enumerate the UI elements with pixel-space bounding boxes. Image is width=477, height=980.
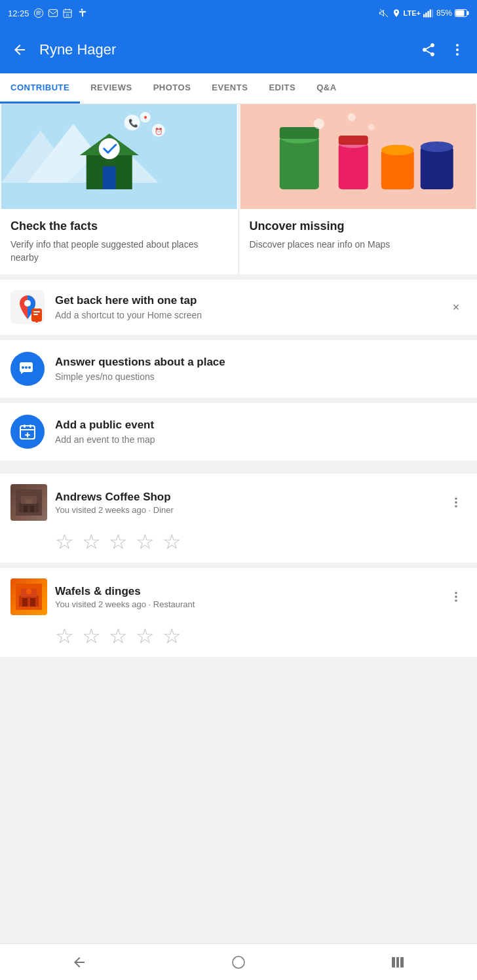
star-5[interactable]: ☆ <box>162 531 181 552</box>
svg-rect-31 <box>279 137 318 189</box>
shortcut-title: Get back here with one tap <box>55 294 435 307</box>
svg-rect-33 <box>338 143 368 189</box>
check-facts-body: Check the facts Verify info that people … <box>0 209 238 274</box>
svg-point-23 <box>99 138 120 159</box>
svg-point-74 <box>455 592 457 594</box>
andrews-coffee-meta: You visited 2 weeks ago · Diner <box>55 505 438 515</box>
tab-edits[interactable]: EDITS <box>258 73 306 104</box>
star-3[interactable]: ☆ <box>109 531 128 552</box>
check-facts-title: Check the facts <box>10 219 228 233</box>
svg-rect-60 <box>19 502 39 512</box>
tab-qa[interactable]: Q&A <box>306 73 347 104</box>
svg-point-51 <box>22 366 24 369</box>
shortcut-item[interactable]: Get back here with one tap Add a shortcu… <box>0 280 477 335</box>
svg-rect-9 <box>432 9 433 17</box>
network-type: LTE+ <box>404 9 421 17</box>
add-event-icon <box>10 415 45 449</box>
svg-point-53 <box>28 366 31 369</box>
star-w5[interactable]: ☆ <box>162 626 181 647</box>
accessibility-icon <box>77 8 87 18</box>
add-event-item[interactable]: Add a public event Add an event to the m… <box>0 403 477 461</box>
shortcut-icon-wrap <box>10 290 45 324</box>
back-button[interactable] <box>10 41 29 59</box>
answer-questions-item[interactable]: Answer questions about a place Simple ye… <box>0 340 477 398</box>
wafels-dinges-menu-button[interactable] <box>446 586 467 607</box>
answer-questions-subtitle: Simple yes/no questions <box>55 371 467 382</box>
svg-rect-6 <box>425 12 427 17</box>
svg-point-43 <box>368 124 374 130</box>
bottom-nav <box>0 943 477 980</box>
svg-rect-12 <box>456 10 465 16</box>
uncover-missing-image <box>239 104 478 209</box>
svg-point-52 <box>25 366 28 369</box>
svg-rect-8 <box>430 9 431 17</box>
star-w2[interactable]: ☆ <box>82 626 101 647</box>
star-w4[interactable]: ☆ <box>136 626 155 647</box>
star-4[interactable]: ☆ <box>136 531 155 552</box>
home-nav-button[interactable] <box>219 949 258 975</box>
svg-point-75 <box>455 596 457 598</box>
wafels-dinges-info: Wafels & dinges You visited 2 weeks ago … <box>55 585 438 609</box>
svg-rect-62 <box>24 506 28 512</box>
battery-icon <box>455 9 469 17</box>
share-button[interactable] <box>419 41 438 59</box>
shortcut-close-button[interactable]: × <box>446 297 467 318</box>
svg-point-45 <box>24 300 31 307</box>
svg-point-77 <box>233 956 244 968</box>
tab-photos[interactable]: PHOTOS <box>143 73 202 104</box>
time: 12:25 <box>8 9 29 18</box>
svg-text:📞: 📞 <box>128 118 138 128</box>
tab-events[interactable]: EVENTS <box>201 73 258 104</box>
svg-rect-72 <box>30 598 35 607</box>
svg-rect-1 <box>48 10 57 17</box>
star-2[interactable]: ☆ <box>82 531 101 552</box>
section-divider <box>0 466 477 474</box>
svg-rect-80 <box>400 957 404 968</box>
check-facts-desc: Verify info that people suggested about … <box>10 238 228 264</box>
svg-rect-79 <box>396 957 399 968</box>
svg-point-13 <box>456 44 459 47</box>
svg-rect-40 <box>338 136 368 145</box>
uncover-missing-card[interactable]: Uncover missing Discover places near inf… <box>239 104 478 274</box>
back-nav-button[interactable] <box>60 949 99 975</box>
svg-rect-37 <box>420 147 453 189</box>
location-icon <box>392 9 401 18</box>
svg-point-42 <box>347 113 355 121</box>
add-event-title: Add a public event <box>55 419 467 432</box>
svg-rect-11 <box>467 11 469 15</box>
tab-reviews[interactable]: REVIEWS <box>80 73 142 104</box>
svg-point-0 <box>34 9 43 17</box>
svg-point-4 <box>81 9 83 10</box>
star-w1[interactable]: ☆ <box>55 626 74 647</box>
more-menu-button[interactable] <box>448 41 467 59</box>
andrews-coffee-header: Andrews Coffee Shop You visited 2 weeks … <box>10 484 467 521</box>
spotify-icon <box>33 8 44 18</box>
status-bar: 12:25 31 LTE+ 85% <box>0 0 477 26</box>
tab-contribute[interactable]: CONTRIBUTE <box>0 73 80 104</box>
svg-rect-39 <box>279 127 318 139</box>
andrews-coffee-thumbnail <box>10 484 47 521</box>
star-1[interactable]: ☆ <box>55 531 74 552</box>
svg-point-66 <box>455 502 457 504</box>
recents-nav-button[interactable] <box>378 949 417 975</box>
svg-rect-48 <box>33 311 40 312</box>
svg-rect-56 <box>29 424 31 428</box>
app-bar: Ryne Hager <box>0 26 477 73</box>
andrews-coffee-name: Andrews Coffee Shop <box>55 491 438 504</box>
svg-rect-64 <box>26 499 32 504</box>
status-right: LTE+ 85% <box>379 8 469 18</box>
wafels-dinges-stars: ☆ ☆ ☆ ☆ ☆ <box>10 623 467 647</box>
svg-rect-55 <box>24 424 26 428</box>
answer-questions-title: Answer questions about a place <box>55 356 467 369</box>
signal-icon <box>423 9 434 18</box>
wafels-dinges-thumbnail <box>10 578 47 615</box>
star-w3[interactable]: ☆ <box>109 626 128 647</box>
add-event-text: Add a public event Add an event to the m… <box>55 419 467 445</box>
svg-text:📍: 📍 <box>142 115 149 122</box>
andrews-coffee-menu-button[interactable] <box>446 492 467 513</box>
wafels-dinges-header: Wafels & dinges You visited 2 weeks ago … <box>10 578 467 615</box>
svg-rect-5 <box>423 14 425 18</box>
wafels-dinges-meta: You visited 2 weeks ago · Restaurant <box>55 599 438 609</box>
check-facts-card[interactable]: 📞 ⏰ 📍 Check the facts Verify info that p… <box>0 104 239 274</box>
svg-point-15 <box>456 53 459 56</box>
